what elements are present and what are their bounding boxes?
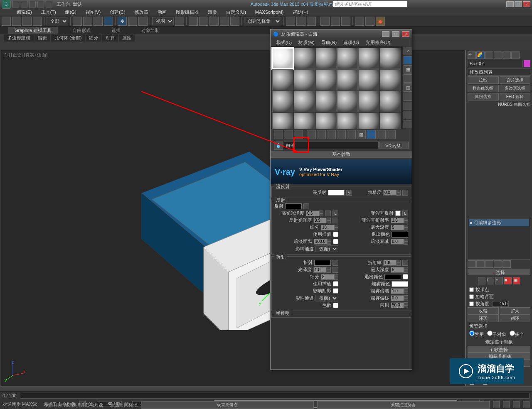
reset-map-icon[interactable] xyxy=(307,130,316,139)
rglossy-map[interactable] xyxy=(332,218,338,223)
preview-icon[interactable] xyxy=(404,93,412,101)
spline-select-button[interactable]: 样条线选择 xyxy=(468,85,499,92)
link-icon[interactable] xyxy=(22,17,32,26)
mat-slot[interactable] xyxy=(380,48,401,69)
subtab-props[interactable]: 属性 xyxy=(119,34,135,42)
refr-interp-checkbox[interactable] xyxy=(333,281,338,287)
rotate-icon[interactable] xyxy=(128,17,137,26)
grow-button[interactable]: 扩大 xyxy=(500,307,531,315)
refr-exit-swatch[interactable] xyxy=(384,274,401,280)
dispersion-checkbox[interactable] xyxy=(333,303,338,308)
mat-slot[interactable] xyxy=(272,91,293,112)
sample-uv-icon[interactable] xyxy=(404,74,412,83)
roughness-map-button[interactable] xyxy=(402,190,408,196)
diffuse-map-button[interactable]: M xyxy=(346,190,352,196)
menu-tools[interactable]: 工具(T) xyxy=(37,9,60,16)
undo-icon[interactable] xyxy=(37,1,44,7)
make-copy-icon[interactable] xyxy=(317,130,326,139)
background-icon[interactable]: ▦ xyxy=(404,65,412,73)
rect-region-icon[interactable] xyxy=(94,17,103,26)
reflect-map-button[interactable] xyxy=(303,203,309,209)
maximize-button[interactable]: □ xyxy=(515,1,522,7)
redo-tool-icon[interactable] xyxy=(12,17,21,26)
refr-exit-checkbox[interactable] xyxy=(403,274,408,279)
menu-graph[interactable]: 图形编辑器 xyxy=(172,9,203,16)
mat-menu-nav[interactable]: 导航(N) xyxy=(318,39,340,46)
fresnel-lock[interactable]: L xyxy=(402,211,408,216)
rglossy-spinner[interactable]: 0.9 xyxy=(313,218,327,223)
config-sets-icon[interactable] xyxy=(502,260,511,268)
refract-map[interactable] xyxy=(332,260,338,266)
app-menu-icon[interactable]: 3 xyxy=(2,0,11,9)
loop-button[interactable]: 循环 xyxy=(500,315,531,322)
nav-zoom-icon[interactable] xyxy=(493,402,500,408)
remove-mod-icon[interactable] xyxy=(494,260,502,268)
refl-exit-swatch[interactable] xyxy=(392,232,408,238)
use-pivot-icon[interactable] xyxy=(175,17,184,26)
manipulate-icon[interactable] xyxy=(189,17,198,26)
subtab-align[interactable]: 对齐 xyxy=(102,34,118,42)
material-type-button[interactable]: VRayMtl xyxy=(379,142,409,149)
mat-slot[interactable] xyxy=(294,69,315,91)
angle-spinner[interactable]: 45.0 xyxy=(492,301,509,307)
move-icon[interactable]: ✥ xyxy=(118,17,127,26)
window-crossing-icon[interactable] xyxy=(104,17,113,26)
reflect-color-swatch[interactable] xyxy=(285,203,302,209)
spinner-snap-icon[interactable] xyxy=(230,17,239,26)
refr-shadows-checkbox[interactable] xyxy=(333,288,338,294)
subtab-geom[interactable]: 几何体 (全部) xyxy=(51,34,85,42)
mat-slot[interactable] xyxy=(315,48,337,69)
pick-material-icon[interactable]: 💧 xyxy=(274,141,283,150)
menu-edit[interactable]: 编辑(E) xyxy=(12,9,36,16)
refract-swatch[interactable] xyxy=(314,260,331,266)
mat-slot[interactable] xyxy=(315,69,337,91)
mat-slot[interactable] xyxy=(358,48,379,69)
extrude-button[interactable]: 拉出 xyxy=(468,76,499,84)
setkey-button[interactable]: 设置关键点 xyxy=(141,401,314,409)
mat-maximize-button[interactable]: □ xyxy=(392,31,399,37)
unlink-icon[interactable] xyxy=(33,17,42,26)
align-icon[interactable] xyxy=(296,17,305,26)
mat-slot[interactable] xyxy=(315,91,337,112)
menu-customize[interactable]: 自定义(U) xyxy=(222,9,250,16)
modifier-stack[interactable]: ■ 可编辑多边形 xyxy=(468,218,530,260)
menu-view[interactable]: 视图(V) xyxy=(81,9,105,16)
dim-dist-checkbox[interactable] xyxy=(333,239,338,244)
ring-button[interactable]: 环形 xyxy=(468,315,499,322)
add-marker-label[interactable]: 添加时间标记 xyxy=(110,402,138,408)
named-set-dropdown[interactable]: 创建选择集 xyxy=(244,17,281,25)
menu-modifiers[interactable]: 修改器 xyxy=(131,9,153,16)
menu-animation[interactable]: 动画 xyxy=(153,9,171,16)
ribbon-tab-freeform[interactable]: 自由形式 xyxy=(66,27,97,34)
ribbon-tab-selection[interactable]: 选择 xyxy=(105,27,127,34)
video-check-icon[interactable]: ▥ xyxy=(404,83,412,92)
put-to-library-icon[interactable] xyxy=(337,130,346,139)
selection-rollout-header[interactable]: - 选择 xyxy=(468,269,530,275)
refl-interp-checkbox[interactable] xyxy=(333,232,338,237)
dim-falloff-spinner[interactable]: 0.0 xyxy=(391,239,404,245)
element-sub-icon[interactable]: ▣ xyxy=(513,277,520,284)
ior-map[interactable] xyxy=(402,260,408,266)
refr-glossy-map[interactable] xyxy=(332,267,338,273)
time-slider[interactable] xyxy=(20,393,530,399)
go-sibling-icon[interactable] xyxy=(387,130,396,139)
ignore-back-checkbox[interactable] xyxy=(469,294,474,299)
refr-affect-dropdown[interactable]: 仅颜色 xyxy=(315,295,338,301)
mat-slot[interactable] xyxy=(358,91,379,112)
fresnel-checkbox[interactable] xyxy=(395,211,401,216)
undo-tool-icon[interactable] xyxy=(2,17,11,26)
mat-slot[interactable] xyxy=(294,91,315,112)
refl-depth-spinner[interactable]: 5 xyxy=(391,225,404,230)
diffuse-color-swatch[interactable] xyxy=(328,190,345,196)
ribbon-tab-paint[interactable]: 对象绘制 xyxy=(135,27,166,34)
stack-item-editable-poly[interactable]: ■ 可编辑多边形 xyxy=(469,219,529,226)
search-input[interactable]: 键入关键字或短语 xyxy=(332,1,407,7)
menu-maxscript[interactable]: MAXScript(M) xyxy=(251,9,288,15)
go-parent-icon[interactable] xyxy=(377,130,386,139)
vertex-sub-icon[interactable]: · xyxy=(478,277,485,284)
soft-sel-rollout[interactable]: + 软选择 xyxy=(468,346,530,353)
mat-slot[interactable] xyxy=(294,113,315,129)
mat-menu-mode[interactable]: 模式(D) xyxy=(273,39,295,46)
nav-max-icon[interactable] xyxy=(523,402,530,408)
hierarchy-tab-icon[interactable] xyxy=(485,51,493,59)
